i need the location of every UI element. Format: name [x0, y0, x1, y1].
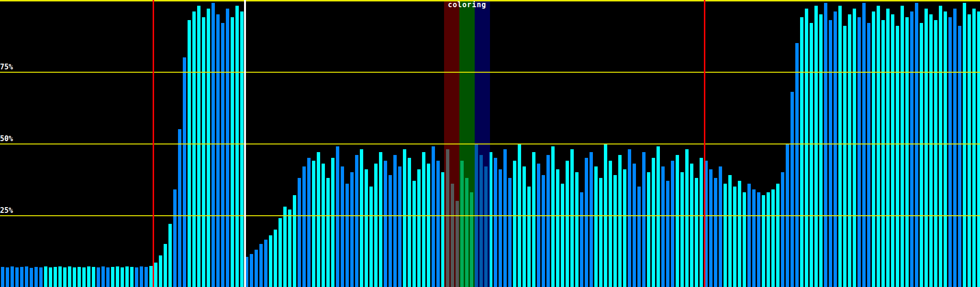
histogram-bar — [1, 267, 4, 287]
histogram-bar — [49, 267, 52, 287]
histogram-bar — [231, 17, 234, 287]
histogram-bar — [695, 178, 698, 287]
histogram-bar — [188, 20, 191, 287]
histogram-bar — [365, 169, 368, 287]
histogram-bar — [566, 161, 569, 287]
histogram-bar — [302, 166, 306, 287]
histogram-bar — [609, 161, 612, 287]
histogram-bar — [556, 169, 559, 287]
histogram-bar — [676, 155, 679, 287]
histogram-bar — [87, 266, 90, 287]
histogram-bar — [331, 158, 334, 287]
histogram-bar — [905, 17, 909, 287]
histogram-bar — [862, 3, 866, 287]
histogram-bar — [819, 14, 823, 287]
histogram-bar — [896, 26, 899, 287]
histogram-bar — [202, 17, 205, 287]
histogram-bar — [724, 184, 727, 287]
gridline-50 — [0, 144, 980, 144]
histogram-bar — [341, 166, 344, 287]
histogram-bar — [408, 158, 411, 287]
histogram-bar — [599, 178, 602, 287]
histogram-bar — [690, 164, 693, 287]
histogram-bar — [767, 192, 770, 287]
histogram-bar — [121, 267, 124, 287]
histogram-bar — [929, 14, 933, 287]
histogram-bar — [255, 250, 258, 287]
histogram-bar — [901, 6, 904, 287]
histogram-bar — [891, 14, 894, 287]
histogram-bar — [427, 164, 430, 287]
histogram-bar — [130, 267, 134, 287]
histogram-bar — [590, 152, 593, 287]
histogram-bar — [968, 14, 971, 287]
histogram-bar — [178, 129, 181, 287]
histogram-bar — [140, 266, 143, 287]
histogram-bar — [288, 210, 291, 287]
histogram-bar — [494, 158, 497, 287]
histogram-bar — [709, 169, 713, 287]
histogram-bar — [264, 240, 267, 287]
histogram-bar — [322, 164, 325, 287]
histogram-bar — [240, 11, 244, 287]
histogram-bar — [633, 164, 636, 287]
histogram-bar — [958, 26, 961, 287]
histogram-bar — [283, 207, 287, 287]
histogram-bar — [872, 11, 875, 287]
histogram-bar — [116, 266, 119, 287]
histogram-bar — [235, 6, 239, 287]
histogram-bar — [374, 164, 378, 287]
axis-label-25: 25% — [0, 207, 13, 214]
histogram-bar — [771, 189, 775, 287]
gridline-100 — [0, 0, 980, 1]
histogram-bar — [63, 267, 67, 287]
histogram-bar — [78, 267, 81, 287]
histogram-bar — [422, 152, 425, 287]
histogram-bar — [920, 23, 923, 287]
histogram-bar — [594, 166, 598, 287]
histogram-bar — [977, 11, 980, 287]
histogram-bar — [360, 149, 363, 287]
histogram-bar — [810, 23, 813, 287]
histogram-bar — [403, 149, 406, 287]
histogram-bar — [953, 9, 957, 287]
histogram-bar — [666, 181, 669, 287]
histogram-bar — [250, 254, 253, 287]
histogram-bar — [350, 172, 354, 287]
histogram-bar — [278, 218, 282, 287]
histogram-bar — [915, 3, 918, 287]
histogram-bar — [738, 181, 741, 287]
histogram-bar — [412, 181, 416, 287]
histogram-bar — [58, 266, 62, 287]
histogram-bar — [34, 267, 38, 287]
histogram-bar — [192, 11, 196, 287]
histogram-bar — [714, 178, 717, 287]
histogram-bar — [824, 3, 827, 287]
white-marker — [244, 0, 246, 287]
histogram-bar — [15, 267, 19, 287]
histogram-bar — [197, 6, 200, 287]
histogram-bar — [379, 152, 382, 287]
histogram-bar — [159, 255, 162, 287]
histogram-bar — [39, 267, 43, 287]
histogram-bar — [44, 266, 47, 287]
histogram-bar — [226, 9, 229, 287]
gridline-25 — [0, 215, 980, 216]
histogram-bar — [389, 175, 392, 287]
histogram-bar — [661, 166, 665, 287]
coloring-label: coloring — [448, 1, 486, 9]
histogram-bar — [11, 266, 14, 287]
histogram-bar — [628, 149, 631, 287]
histogram-bar — [298, 178, 301, 287]
histogram-bar — [145, 267, 148, 287]
histogram-bar — [657, 146, 660, 287]
histogram-bar — [762, 195, 765, 287]
histogram-bar — [173, 189, 177, 287]
histogram-bar — [111, 267, 114, 287]
histogram-bar — [523, 166, 526, 287]
histogram-bar — [781, 172, 784, 287]
red-marker-left — [153, 0, 154, 287]
histogram-bar — [432, 146, 435, 287]
histogram-bar — [537, 164, 540, 287]
histogram-bar — [149, 266, 153, 287]
